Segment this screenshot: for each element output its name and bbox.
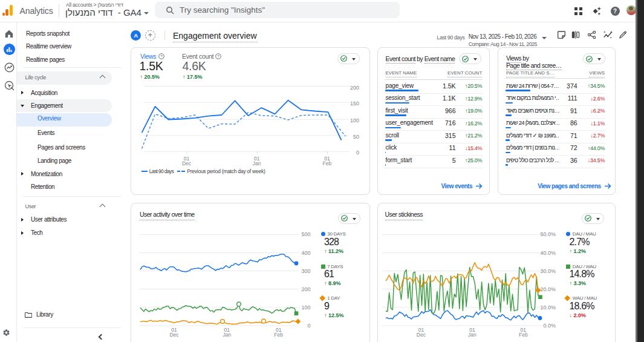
svg-text:?: ? <box>160 54 163 58</box>
svg-text:?: ? <box>217 54 220 58</box>
